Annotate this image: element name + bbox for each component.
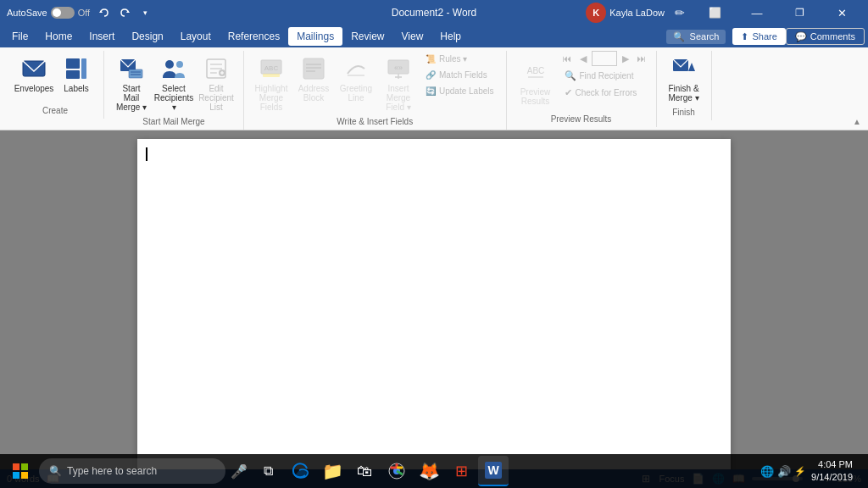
menu-search[interactable]: 🔍 Search	[666, 30, 726, 44]
menu-view[interactable]: View	[393, 27, 432, 46]
svg-rect-38	[21, 472, 28, 479]
battery-icon: ⚡	[794, 466, 806, 477]
menu-design[interactable]: Design	[123, 27, 171, 46]
taskbar-firefox[interactable]: 🦊	[414, 456, 444, 486]
share-icon: ⬆	[741, 31, 748, 42]
autosave-area: AutoSave Off	[7, 7, 90, 19]
clock-date: 9/14/2019	[811, 471, 853, 484]
pen-icon[interactable]: ✏	[668, 1, 692, 25]
minimize-button[interactable]: —	[737, 0, 776, 25]
menu-mailings[interactable]: Mailings	[288, 27, 342, 46]
taskbar-explorer[interactable]: 📁	[317, 456, 348, 486]
svg-rect-7	[129, 69, 142, 78]
envelope-icon	[20, 55, 47, 82]
svg-text:W: W	[487, 463, 499, 477]
select-recipients-icon	[160, 55, 187, 82]
start-mail-merge-group-label: Start Mail Merge	[104, 117, 243, 126]
ribbon-toggle-button[interactable]: ⬜	[695, 0, 734, 25]
comment-icon: 💬	[795, 31, 807, 42]
taskbar-search-placeholder: Type here to search	[67, 465, 157, 477]
svg-rect-36	[21, 463, 28, 470]
taskview-button[interactable]: ⧉	[253, 456, 283, 486]
customize-qat[interactable]: ▾	[136, 3, 154, 22]
taskbar-mic-icon[interactable]: 🎤	[227, 463, 251, 480]
rules-button: 📜 Rules ▾	[420, 51, 499, 66]
taskbar-edge[interactable]	[285, 456, 315, 486]
prev-record-button: ◀	[576, 51, 591, 66]
taskbar-search[interactable]: 🔍 Type here to search	[39, 458, 225, 484]
update-labels-button: 🔄 Update Labels	[420, 83, 499, 98]
autosave-label: AutoSave	[7, 8, 47, 18]
preview-results-label: PreviewResults	[520, 87, 551, 106]
address-block-button: AddressBlock	[293, 51, 334, 116]
svg-text:ABC: ABC	[264, 64, 279, 72]
title-bar-left: AutoSave Off ▾	[7, 3, 154, 22]
document-area	[0, 130, 868, 469]
ribbon-group-finish: Finish &Merge ▾ Finish	[657, 51, 712, 120]
taskbar-office[interactable]: ⊞	[446, 456, 476, 486]
insert-merge-field-icon: «»	[385, 55, 412, 82]
labels-button[interactable]: Labels	[56, 51, 97, 102]
check-errors-icon: ✔	[565, 87, 572, 98]
menu-insert[interactable]: Insert	[81, 27, 123, 46]
close-button[interactable]: ✕	[822, 0, 861, 25]
redo-button[interactable]	[115, 3, 134, 22]
write-insert-group-label: Write & Insert Fields	[244, 117, 506, 126]
envelopes-button[interactable]: Envelopes	[14, 51, 54, 102]
menu-home[interactable]: Home	[36, 27, 81, 46]
menu-layout[interactable]: Layout	[172, 27, 220, 46]
svg-point-10	[165, 60, 174, 69]
text-cursor	[146, 147, 147, 161]
svg-point-11	[176, 61, 183, 68]
ribbon: Envelopes Labels Create	[0, 47, 868, 130]
finish-merge-button[interactable]: Finish &Merge ▾	[664, 51, 704, 107]
document-page[interactable]	[137, 139, 731, 469]
labels-icon	[63, 55, 90, 82]
menu-references[interactable]: References	[220, 27, 288, 46]
undo-button[interactable]	[95, 3, 114, 22]
match-fields-button: 🔗 Match Fields	[420, 67, 499, 82]
ribbon-group-preview: ABC PreviewResults ⏮ ◀ ▶ ⏭	[507, 51, 657, 127]
edit-recipient-list-label: EditRecipient List	[198, 84, 234, 112]
start-mail-merge-button[interactable]: Start MailMerge ▾	[111, 51, 152, 116]
next-record-button: ▶	[618, 51, 633, 66]
comments-button[interactable]: 💬 Comments	[786, 28, 865, 45]
search-icon: 🔍	[673, 31, 685, 42]
greeting-line-label: GreetingLine	[340, 84, 372, 103]
taskbar-chrome[interactable]	[381, 456, 412, 486]
update-labels-icon: 🔄	[426, 86, 436, 96]
title-bar: AutoSave Off ▾ Document2 - Word K Kayla …	[0, 0, 868, 25]
ribbon-collapse-button[interactable]: ▲	[853, 117, 861, 126]
select-recipients-label: SelectRecipients ▾	[154, 84, 194, 112]
preview-nav-column: ⏮ ◀ ▶ ⏭ 🔍 Find Recipient ✔ Check f	[559, 51, 649, 114]
menu-bar: File Home Insert Design Layout Reference…	[0, 25, 868, 47]
menu-file[interactable]: File	[3, 27, 36, 46]
network-icon[interactable]: 🌐	[760, 465, 774, 478]
select-recipients-button[interactable]: SelectRecipients ▾	[153, 51, 194, 116]
autosave-state: Off	[78, 8, 90, 18]
create-group-label: Create	[7, 106, 103, 115]
preview-results-icon: ABC	[522, 58, 549, 86]
svg-rect-35	[13, 463, 19, 470]
document-title: Document2 - Word	[392, 7, 476, 19]
taskbar-search-icon: 🔍	[49, 465, 62, 477]
menu-review[interactable]: Review	[342, 27, 392, 46]
start-button[interactable]	[3, 454, 37, 488]
address-block-icon	[300, 55, 327, 82]
restore-button[interactable]: ❐	[780, 0, 819, 25]
volume-icon[interactable]: 🔊	[777, 465, 791, 478]
system-clock[interactable]: 4:04 PM 9/14/2019	[811, 458, 853, 485]
svg-rect-22	[303, 58, 324, 79]
find-recipient-icon: 🔍	[565, 70, 576, 81]
insert-merge-field-button: «» Insert MergeField ▾	[378, 51, 419, 116]
taskbar-word[interactable]: W	[478, 456, 509, 486]
user-avatar[interactable]: K	[586, 3, 606, 23]
highlight-merge-fields-icon: ABC	[258, 55, 285, 82]
svg-rect-21	[263, 74, 280, 77]
share-button[interactable]: ⬆ Share	[732, 28, 785, 45]
autosave-toggle[interactable]	[51, 7, 75, 19]
taskbar-store[interactable]: 🛍	[349, 456, 380, 486]
find-recipient-label: Find Recipient	[580, 71, 634, 80]
menu-help[interactable]: Help	[431, 27, 470, 46]
ribbon-group-start-mail-merge: Start MailMerge ▾ SelectRecipients ▾	[104, 51, 244, 130]
